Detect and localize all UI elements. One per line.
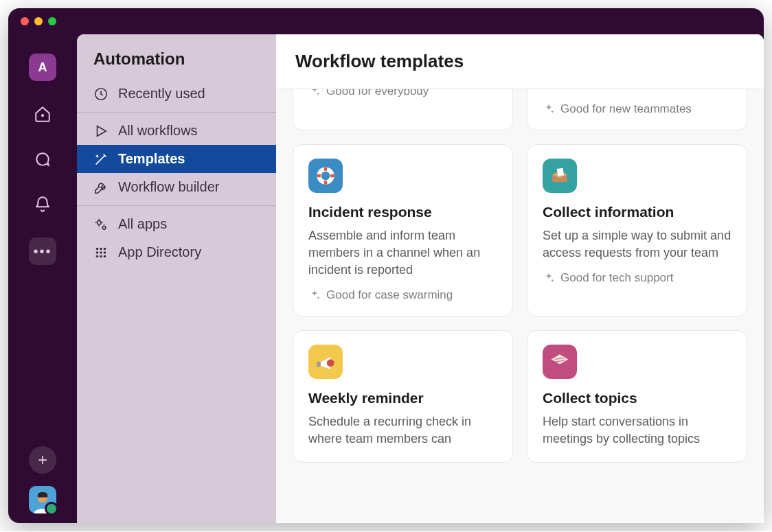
template-title: Collect topics — [543, 390, 731, 406]
sidebar-item-workflow-builder[interactable]: Workflow builder — [77, 173, 276, 201]
notepad-icon — [543, 345, 577, 379]
svg-point-11 — [96, 255, 99, 257]
svg-point-3 — [98, 220, 102, 224]
svg-point-4 — [102, 226, 106, 229]
content-area: Workflow templates Request and manage yo… — [276, 34, 764, 523]
template-card-collect-topics[interactable]: Collect topics Help start conversations … — [527, 330, 747, 462]
template-desc: Set up a simple way to submit and access… — [543, 227, 731, 262]
template-tag: Good for everybody — [308, 89, 497, 98]
sidebar-item-recently-used[interactable]: Recently used — [77, 80, 276, 108]
ballot-box-icon — [543, 159, 577, 193]
template-tag: Good for new teammates — [543, 102, 731, 116]
sidebar-item-label: All apps — [118, 216, 167, 232]
sparkle-icon — [543, 272, 555, 284]
svg-point-7 — [104, 247, 106, 250]
main-panel: Automation Recently used All workflows T… — [77, 34, 764, 523]
svg-point-13 — [104, 255, 106, 257]
sidebar-item-label: Templates — [118, 151, 185, 167]
svg-point-15 — [321, 171, 330, 180]
sidebar-item-label: Recently used — [118, 86, 205, 102]
svg-point-8 — [96, 251, 99, 254]
template-card[interactable]: Kick off an AMA by collecting your subje… — [527, 89, 747, 130]
svg-point-9 — [100, 251, 102, 254]
sidebar-item-all-workflows[interactable]: All workflows — [77, 117, 276, 145]
page-title: Workflow templates — [276, 34, 764, 89]
template-title: Weekly reminder — [308, 390, 497, 406]
sidebar-item-label: Workflow builder — [118, 179, 219, 195]
svg-point-12 — [100, 255, 102, 257]
svg-rect-18 — [317, 362, 320, 367]
window-controls — [21, 17, 56, 25]
wrench-icon — [93, 180, 109, 195]
template-desc: Help start conversations in meetings by … — [543, 413, 731, 448]
sparkle-icon — [308, 289, 321, 301]
workspace-switcher[interactable]: A — [29, 54, 56, 81]
template-title: Collect information — [543, 204, 731, 220]
nav-rail: A ••• + — [8, 34, 77, 523]
template-card-collect-information[interactable]: Collect information Set up a simple way … — [527, 144, 747, 317]
template-desc: Assemble and inform team members in a ch… — [308, 227, 497, 279]
sidebar-item-all-apps[interactable]: All apps — [77, 210, 276, 238]
lifebuoy-icon — [308, 159, 343, 193]
template-tag: Good for case swarming — [308, 288, 497, 302]
svg-point-10 — [104, 251, 106, 254]
automation-sidebar: Automation Recently used All workflows T… — [77, 34, 276, 523]
app-window: A ••• + — [8, 8, 764, 523]
home-icon[interactable] — [30, 102, 55, 126]
divider — [77, 205, 276, 206]
templates-grid-viewport[interactable]: Request and manage your team's planned t… — [276, 89, 764, 523]
sidebar-item-label: App Directory — [118, 244, 201, 260]
grid-icon — [93, 245, 109, 260]
more-button[interactable]: ••• — [29, 238, 56, 265]
sidebar-title: Automation — [77, 49, 276, 80]
svg-rect-16 — [557, 167, 564, 176]
app-body: A ••• + — [8, 34, 764, 523]
templates-grid: Request and manage your team's planned t… — [293, 89, 747, 463]
clock-icon — [93, 86, 109, 102]
svg-point-17 — [327, 360, 334, 367]
svg-point-0 — [42, 115, 43, 116]
activity-icon[interactable] — [30, 192, 55, 217]
template-card-weekly-reminder[interactable]: Weekly reminder Schedule a recurring che… — [293, 330, 513, 462]
divider — [77, 112, 276, 113]
sparkle-icon — [543, 103, 555, 115]
sidebar-item-app-directory[interactable]: App Directory — [77, 238, 276, 266]
svg-point-6 — [100, 247, 102, 250]
template-desc: Kick off an AMA by collecting your subje… — [543, 89, 731, 93]
megaphone-icon — [308, 345, 343, 379]
plus-icon: + — [38, 450, 47, 470]
wand-icon — [93, 152, 109, 167]
titlebar — [8, 8, 764, 34]
template-card-incident-response[interactable]: Incident response Assemble and inform te… — [293, 144, 513, 317]
presence-indicator-active — [45, 502, 58, 516]
rail-bottom: + — [8, 446, 77, 513]
template-card[interactable]: Request and manage your team's planned t… — [293, 89, 513, 130]
gears-icon — [93, 217, 109, 232]
create-new-button[interactable]: + — [29, 446, 56, 474]
sidebar-item-templates[interactable]: Templates — [77, 145, 276, 173]
minimize-window-button[interactable] — [34, 17, 43, 25]
dms-icon[interactable] — [30, 147, 55, 172]
close-window-button[interactable] — [21, 17, 29, 25]
template-desc: Schedule a recurring check in where team… — [308, 413, 497, 448]
template-tag: Good for tech support — [543, 271, 731, 285]
ellipsis-icon: ••• — [33, 244, 52, 259]
sidebar-item-label: All workflows — [118, 123, 198, 139]
sparkle-icon — [308, 89, 321, 97]
svg-point-5 — [96, 247, 99, 250]
play-icon — [93, 124, 109, 139]
workspace-initial: A — [38, 60, 47, 75]
template-title: Incident response — [308, 204, 497, 220]
user-menu[interactable] — [29, 486, 56, 513]
maximize-window-button[interactable] — [48, 17, 56, 25]
